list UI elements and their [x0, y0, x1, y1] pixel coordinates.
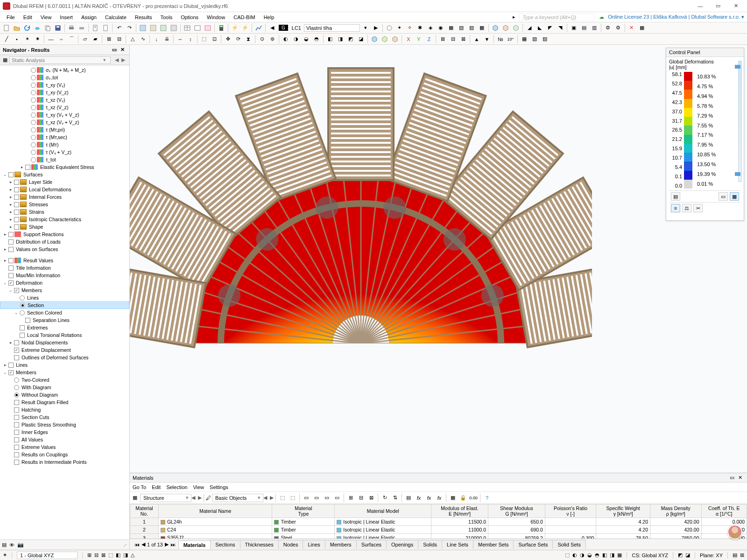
support-icon[interactable]: △ [128, 35, 137, 44]
menu-assign[interactable]: Assign [78, 14, 100, 21]
new-icon[interactable] [2, 23, 11, 33]
restore-icon[interactable]: ▭ [110, 47, 119, 53]
nav-prev-icon[interactable]: ◀ [113, 57, 120, 63]
save-icon[interactable] [53, 23, 63, 33]
mat-menu-edit[interactable]: Edit [152, 484, 161, 490]
tree-item[interactable]: Section Cuts [0, 413, 129, 421]
sb-icon[interactable]: ◒ [587, 552, 592, 558]
tool-icon[interactable]: ▦ [520, 35, 529, 44]
tree-item[interactable]: Max/Min Information [0, 272, 129, 279]
tree-item[interactable]: Extremes [0, 324, 129, 331]
close-icon[interactable]: ✕ [736, 475, 744, 481]
tree-item[interactable]: τ (Vᵧ + V_z) [0, 148, 129, 156]
member-icon[interactable]: ╱ [2, 35, 11, 44]
tool-icon[interactable]: ◩ [346, 35, 355, 44]
sb-icon[interactable]: ◧ [602, 552, 607, 558]
close-button[interactable]: ✕ [727, 1, 744, 11]
tb-icon[interactable]: ⬚ [278, 493, 287, 503]
mat-menu-view[interactable]: View [193, 484, 204, 490]
tb-icon[interactable]: ⊟ [356, 493, 366, 503]
help-icon[interactable]: ? [482, 493, 492, 503]
menu-insert[interactable]: Insert [56, 14, 77, 21]
tree-item[interactable]: Results in Intermediate Points [0, 458, 129, 466]
nav-tab-views-icon[interactable]: 📷 [17, 542, 24, 548]
tb-icon[interactable]: 🔒 [458, 493, 468, 503]
nav-next-icon[interactable]: ▶ [120, 57, 127, 63]
tree-item[interactable]: σₓ (N + Mᵧ + M_z) [0, 66, 129, 74]
iso-icon[interactable]: ◢ [525, 23, 534, 33]
table-tab[interactable]: Materials [178, 540, 211, 549]
tree-item[interactable]: Two-Colored [0, 376, 129, 384]
tool-icon[interactable]: ◐ [281, 35, 290, 44]
sb-icon[interactable]: ◑ [580, 552, 585, 558]
tree-item[interactable]: All Values [0, 436, 129, 443]
tree-item[interactable]: ▸Nodal Displacements [0, 339, 129, 346]
tree-item[interactable]: ⌄Members [0, 369, 129, 376]
tb-icon[interactable]: ▦ [448, 493, 458, 503]
bolt-icon[interactable]: ⚡ [230, 23, 240, 33]
move-icon[interactable]: ✥ [223, 35, 233, 44]
snap2-icon[interactable]: ⊚ [268, 35, 277, 44]
mat-menu-settings[interactable]: Settings [210, 484, 228, 490]
sb-icon[interactable]: ◓ [595, 552, 599, 558]
help-icon[interactable]: ▦ [637, 23, 647, 33]
menu-file[interactable]: File [3, 14, 19, 21]
menu-tools[interactable]: Tools [156, 14, 176, 21]
tree-item[interactable]: τ_xy (V_z) [0, 89, 129, 96]
tb-icon[interactable]: ⊞ [346, 493, 355, 503]
table-tab[interactable]: Member Sets [473, 540, 514, 549]
table-tab[interactable]: Thicknesses [240, 540, 279, 549]
redo-icon[interactable]: ↷ [125, 23, 134, 33]
tree-item[interactable]: ▸Local Deformations [0, 186, 129, 193]
arc-icon[interactable]: ⌒ [67, 35, 76, 44]
cube3-icon[interactable] [511, 23, 521, 33]
tree-item[interactable]: τ_xz (V_z) [0, 104, 129, 111]
tool-icon[interactable]: ◓ [312, 35, 321, 44]
sb-icon[interactable]: ◪ [685, 552, 690, 558]
tree-item[interactable]: τ_xz (Vᵧ + V_z) [0, 119, 129, 126]
tree-item[interactable]: τ_xz (Vᵧ) [0, 96, 129, 104]
tree-item[interactable]: Hatching [0, 406, 129, 413]
tb-icon[interactable]: ▭ [312, 493, 321, 503]
tree-item[interactable]: σₓ,tot [0, 74, 129, 81]
tb-icon[interactable]: fx [424, 493, 434, 503]
tb-icon[interactable]: ▤ [404, 493, 413, 503]
dim-icon[interactable]: ↔ [176, 35, 185, 44]
tool-icon[interactable]: ◈ [426, 23, 435, 33]
sb-icon[interactable]: ▦ [617, 552, 622, 558]
tree-item[interactable]: ▸Support Reactions [0, 231, 129, 238]
view-c-icon[interactable] [159, 23, 168, 33]
tree-item[interactable]: ▸Strains [0, 208, 129, 216]
sb-icon[interactable]: ⊟ [94, 552, 99, 558]
tree-item[interactable]: ▸Isotropic Characteristics [0, 216, 129, 223]
snap-icon[interactable]: ⊙ [257, 35, 267, 44]
tree-item[interactable]: Inner Edges [0, 428, 129, 436]
table-tab[interactable]: Openings [386, 540, 418, 549]
nav-tab-results-icon[interactable]: ⟋ [122, 542, 127, 548]
restore-icon[interactable]: ▭ [728, 475, 736, 481]
tool-icon[interactable]: ⊞ [438, 35, 447, 44]
undo-icon[interactable]: ↶ [114, 23, 124, 33]
tool-icon[interactable]: № [496, 35, 505, 44]
slider-thumb-top[interactable] [735, 65, 740, 69]
structure-select[interactable]: Structure [140, 494, 191, 502]
table-tab[interactable]: Line Sets [442, 540, 473, 549]
load2-icon[interactable]: ⇊ [162, 35, 171, 44]
table-tab[interactable]: Members [325, 540, 357, 549]
sb-icon[interactable]: ⊞ [87, 552, 92, 558]
tool-icon[interactable]: ✦ [395, 23, 404, 33]
surf-icon[interactable]: ▱ [80, 35, 90, 44]
materials-table[interactable]: Material No.Material NameMaterial TypeMa… [130, 504, 747, 539]
cube-icon[interactable] [370, 35, 379, 44]
tree-item[interactable]: Title Information [0, 264, 129, 272]
tool-icon[interactable]: ▨ [467, 23, 476, 33]
mirror-icon[interactable]: ⧗ [244, 35, 253, 44]
tool-icon[interactable]: ◪ [356, 35, 366, 44]
cube-icon[interactable] [491, 23, 500, 33]
tool-icon[interactable]: ▤ [579, 23, 589, 33]
tree-item[interactable]: Distribution of Loads [0, 238, 129, 245]
tree-item[interactable]: ▸Shape [0, 223, 129, 231]
tool-icon[interactable]: ◒ [302, 35, 311, 44]
menu-window[interactable]: Window [203, 14, 229, 21]
graph-icon[interactable] [254, 23, 263, 33]
